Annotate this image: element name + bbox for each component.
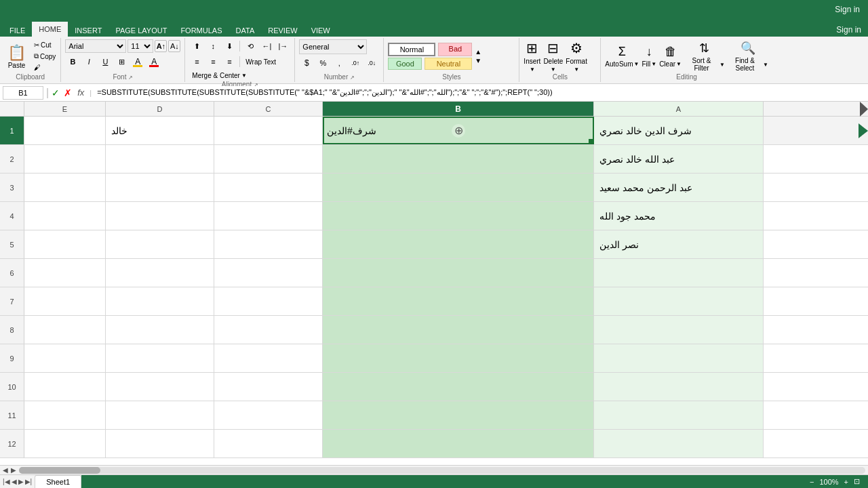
comma-button[interactable]: , <box>332 56 347 70</box>
cell-e-5[interactable] <box>24 230 106 258</box>
cell-b-6[interactable] <box>323 259 594 287</box>
cell-a-1[interactable]: شرف الدين خالد نصري <box>594 117 764 144</box>
row-number[interactable]: 3 <box>0 174 24 201</box>
horizontal-scrollbar[interactable] <box>19 467 865 474</box>
copy-button[interactable]: ⧉ Copy <box>32 52 58 61</box>
cell-c-6[interactable] <box>214 259 323 287</box>
styles-scroll-down[interactable]: ▼ <box>475 57 481 64</box>
cell-a-11[interactable] <box>594 401 764 429</box>
cell-d-12[interactable] <box>106 430 214 458</box>
cell-d-4[interactable] <box>106 202 214 230</box>
cell-a-2[interactable]: عبد الله خالد نصري <box>594 145 764 173</box>
cell-e-4[interactable] <box>24 202 106 230</box>
cell-c-12[interactable] <box>214 430 323 458</box>
cell-c-11[interactable] <box>214 401 323 429</box>
zoom-out-button[interactable]: − <box>810 478 814 486</box>
row-number[interactable]: 9 <box>0 344 24 372</box>
indent-increase-button[interactable]: |→ <box>275 39 290 53</box>
cell-b-3[interactable] <box>323 174 594 201</box>
cell-e-3[interactable] <box>24 174 106 201</box>
font-increase-button[interactable]: A↑ <box>155 40 167 52</box>
decimal-inc-button[interactable]: .0↑ <box>348 56 363 70</box>
cell-d-2[interactable] <box>106 145 214 173</box>
cell-e-11[interactable] <box>24 401 106 429</box>
cell-d-8[interactable] <box>106 316 214 344</box>
cell-a-7[interactable] <box>594 287 764 315</box>
sheet-tab-sheet1[interactable]: Sheet1 <box>35 475 81 489</box>
sort-filter-button[interactable]: ⇅ Sort & Filter ▼ <box>684 41 725 72</box>
cell-c-8[interactable] <box>214 316 323 344</box>
cell-d-1[interactable]: خالد <box>106 117 214 144</box>
styles-scroll-up[interactable]: ▲ <box>475 48 481 56</box>
move-cursor[interactable]: ⊕ <box>452 124 465 138</box>
fit-page-button[interactable]: ⊡ <box>854 477 860 486</box>
format-button[interactable]: ⚙ Format ▼ <box>566 40 587 73</box>
row-number[interactable]: 2 <box>0 145 24 173</box>
sheet-first-button[interactable]: |◀ <box>3 478 10 485</box>
scroll-right-button[interactable]: ▶ <box>11 466 16 474</box>
style-normal-button[interactable]: Normal <box>388 43 435 56</box>
cell-e-12[interactable] <box>24 430 106 458</box>
cell-b-10[interactable] <box>323 373 594 401</box>
zoom-in-button[interactable]: + <box>844 478 848 486</box>
row-number[interactable]: 4 <box>0 202 24 230</box>
style-good-button[interactable]: Good <box>388 58 422 70</box>
sheet-last-button[interactable]: ▶| <box>25 478 33 485</box>
cell-b-12[interactable] <box>323 430 594 458</box>
cell-e-7[interactable] <box>24 287 106 315</box>
cell-a-8[interactable] <box>594 316 764 344</box>
tab-view[interactable]: VIEW <box>304 24 337 37</box>
cell-b-7[interactable] <box>323 287 594 315</box>
align-center-button[interactable]: ≡ <box>205 55 220 68</box>
col-header-e[interactable]: E <box>24 102 106 116</box>
name-box[interactable] <box>3 86 43 100</box>
font-size-select[interactable]: 11 <box>127 39 153 53</box>
align-right-button[interactable]: ≡ <box>222 55 237 68</box>
formula-confirm-button[interactable]: ✓ <box>52 87 60 98</box>
cell-d-11[interactable] <box>106 401 214 429</box>
formula-cancel-button[interactable]: ✗ <box>64 87 72 98</box>
tab-formulas[interactable]: FORMULAS <box>174 24 229 37</box>
cell-c-3[interactable] <box>214 174 323 201</box>
cell-c-5[interactable] <box>214 230 323 258</box>
cell-c-2[interactable] <box>214 145 323 173</box>
cell-d-6[interactable] <box>106 259 214 287</box>
cut-button[interactable]: ✂ Cut <box>32 41 58 49</box>
cell-b-5[interactable] <box>323 230 594 258</box>
cell-d-5[interactable] <box>106 230 214 258</box>
tab-insert[interactable]: INSERT <box>68 24 108 37</box>
row-number[interactable]: 5 <box>0 230 24 258</box>
cell-c-9[interactable] <box>214 344 323 372</box>
row-number[interactable]: 1 <box>0 117 24 144</box>
wrap-text-button[interactable]: Wrap Text <box>243 57 279 67</box>
cell-d-10[interactable] <box>106 373 214 401</box>
sheet-prev-button[interactable]: ◀ <box>12 478 17 485</box>
insert-button[interactable]: ⊞ Insert ▼ <box>524 40 540 73</box>
clear-button[interactable]: 🗑 Clear ▼ <box>659 45 682 68</box>
cell-a-5[interactable]: نصر الدين <box>594 230 764 258</box>
row-number[interactable]: 11 <box>0 401 24 429</box>
cell-c-1[interactable] <box>214 117 323 144</box>
find-select-button[interactable]: 🔍 Find & Select ▼ <box>728 41 768 72</box>
cell-b-4[interactable] <box>323 202 594 230</box>
paste-button[interactable]: 📋 Paste <box>3 39 31 73</box>
row-number[interactable]: 8 <box>0 316 24 344</box>
cell-a-9[interactable] <box>594 344 764 372</box>
percent-button[interactable]: % <box>315 56 330 70</box>
font-decrease-button[interactable]: A↓ <box>168 40 180 52</box>
tab-review[interactable]: REVIEW <box>261 24 304 37</box>
cell-b-8[interactable] <box>323 316 594 344</box>
cell-c-10[interactable] <box>214 373 323 401</box>
sign-in-button[interactable]: Sign in <box>835 5 860 14</box>
row-number[interactable]: 6 <box>0 259 24 287</box>
decimal-dec-button[interactable]: .0↓ <box>364 56 379 70</box>
font-name-select[interactable]: Arial <box>65 39 126 53</box>
cell-a-4[interactable]: محمد جود الله <box>594 202 764 230</box>
cell-d-7[interactable] <box>106 287 214 315</box>
cell-b-2[interactable] <box>323 145 594 173</box>
cell-e-1[interactable] <box>24 117 106 144</box>
formula-fx-button[interactable]: fx <box>77 87 84 98</box>
border-button[interactable]: ⊞ <box>114 55 129 68</box>
fill-button[interactable]: ↓ Fill ▼ <box>642 45 656 68</box>
align-bottom-button[interactable]: ⬇ <box>222 39 237 53</box>
